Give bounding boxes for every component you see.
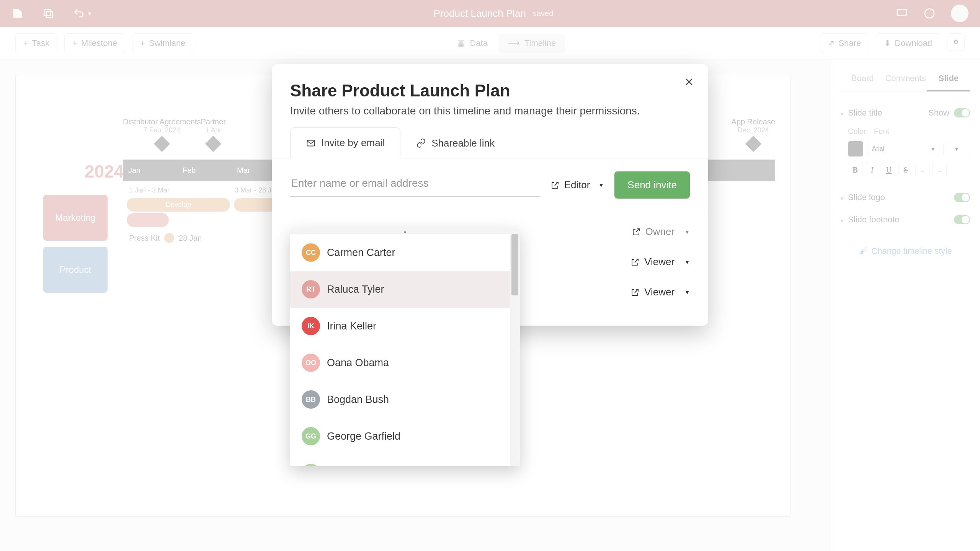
invite-role-label: Editor: [564, 179, 590, 191]
invite-role-select[interactable]: Editor ▼: [548, 175, 606, 195]
autocomplete-item[interactable]: IKIrina Keller: [290, 308, 510, 344]
external-link-icon: [630, 258, 640, 267]
person-avatar: RT: [302, 280, 320, 298]
mail-icon: [306, 138, 316, 148]
external-link-icon: [630, 288, 640, 297]
chevron-down-icon: ▼: [684, 259, 690, 265]
share-modal: Share Product Launch Plan Invite others …: [272, 64, 708, 326]
scrollbar[interactable]: [510, 234, 520, 466]
autocomplete-item[interactable]: GGGeorge Garfield: [290, 418, 510, 455]
autocomplete-item[interactable]: RTRaluca Tyler: [290, 271, 510, 308]
external-link-icon: [632, 227, 641, 236]
link-icon: [416, 138, 426, 148]
chevron-down-icon: ▼: [598, 182, 604, 188]
chevron-down-icon: ▼: [684, 229, 690, 235]
autocomplete-item[interactable]: OOOana Obama: [290, 344, 510, 381]
tab-shareable-link[interactable]: Shareable link: [400, 127, 510, 158]
tab-invite-label: Invite by email: [321, 137, 385, 149]
person-name: Bogdan Bush: [327, 394, 389, 406]
autocomplete-item[interactable]: CCCarmen Carter: [290, 234, 510, 271]
close-button[interactable]: [681, 73, 697, 90]
close-icon: [684, 77, 694, 87]
person-name: Raluca Tyler: [327, 284, 384, 295]
person-avatar: CC: [302, 243, 320, 262]
send-invite-button[interactable]: Send invite: [614, 171, 690, 199]
permission-role-select[interactable]: Viewer ▼: [630, 286, 690, 298]
person-name: Oana Obama: [327, 357, 389, 369]
person-avatar: OO: [302, 354, 320, 372]
autocomplete-item[interactable]: NCNarcis Nixon: [290, 455, 510, 466]
person-name: George Garfield: [327, 430, 400, 442]
autocomplete-list: CCCarmen CarterRTRaluca TylerIKIrina Kel…: [290, 234, 510, 466]
tab-link-label: Shareable link: [431, 137, 495, 149]
person-avatar: NC: [302, 464, 320, 466]
scrollbar-thumb[interactable]: [511, 234, 518, 295]
invite-email-input[interactable]: [290, 173, 540, 197]
person-avatar: IK: [302, 317, 320, 335]
autocomplete-item[interactable]: BBBogdan Bush: [290, 381, 510, 418]
modal-title: Share Product Launch Plan: [290, 81, 690, 100]
chevron-down-icon: ▼: [684, 289, 690, 295]
autocomplete-dropdown: ▲ CCCarmen CarterRTRaluca TylerIKIrina K…: [290, 229, 520, 466]
person-avatar: BB: [302, 390, 320, 409]
permission-role-select[interactable]: Owner ▼: [632, 226, 690, 238]
external-link-icon: [550, 181, 560, 190]
permission-role-select[interactable]: Viewer ▼: [630, 256, 690, 268]
person-avatar: GG: [302, 427, 320, 445]
modal-subtitle: Invite others to collaborate on this tim…: [290, 105, 690, 117]
person-name: Irina Keller: [327, 320, 376, 332]
tab-invite-by-email[interactable]: Invite by email: [290, 127, 400, 158]
person-name: Carmen Carter: [327, 247, 395, 259]
modal-overlay: Share Product Launch Plan Invite others …: [0, 0, 980, 551]
scroll-up-arrow[interactable]: ▲: [290, 229, 520, 234]
